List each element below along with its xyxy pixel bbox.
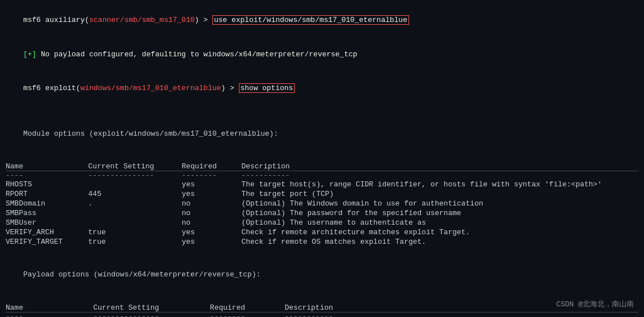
line-show-options: msf6 exploit(windows/smb/ms17_010_eterna… xyxy=(6,72,638,105)
payload-options-table: Name Current Setting Required Descriptio… xyxy=(6,303,638,317)
line-use-exploit: msf6 auxiliary(scanner/smb/smb_ms17_010)… xyxy=(6,3,638,37)
col-current-setting: Current Setting xyxy=(88,162,182,171)
command-show-options: show options xyxy=(239,83,295,93)
no-payload-msg: No payload configured, defaulting to win… xyxy=(37,50,358,59)
table-row: VERIFY_ARCHtrueyesCheck if remote archit… xyxy=(6,227,638,237)
col-current-setting: Current Setting xyxy=(93,303,210,312)
table-row: RHOSTSyesThe target host(s), range CIDR … xyxy=(6,180,638,189)
col-description: Description xyxy=(242,162,638,171)
module-options-title: Module options (exploit/windows/smb/ms17… xyxy=(6,117,638,150)
msf6-prefix: msf6 xyxy=(23,16,41,24)
col-name: Name xyxy=(6,303,93,312)
module-name-exploit: windows/smb/ms17_010_eternalblue xyxy=(81,84,221,92)
table-row: VERIFY_TARGETtrueyesCheck if remote OS m… xyxy=(6,237,638,247)
col-name: Name xyxy=(6,162,88,171)
table-row: SMBPassno(Optional) The password for the… xyxy=(6,208,638,218)
plus-indicator: [+] xyxy=(23,50,36,59)
col-required: Required xyxy=(210,303,285,312)
watermark: CSDN @北海北，南山南 xyxy=(556,299,634,309)
module-options-table: Name Current Setting Required Descriptio… xyxy=(6,162,638,247)
module-name-auxiliary: scanner/smb/smb_ms17_010 xyxy=(89,16,194,24)
terminal: msf6 auxiliary(scanner/smb/smb_ms17_010)… xyxy=(0,0,644,317)
command-use-exploit: use exploit/windows/smb/ms17_010_eternal… xyxy=(212,15,409,25)
table-row: SMBDomain.no(Optional) The Windows domai… xyxy=(6,199,638,208)
col-required: Required xyxy=(181,162,241,171)
line-no-payload: [+] No payload configured, defaulting to… xyxy=(6,37,638,71)
payload-options-title: Payload options (windows/x64/meterpreter… xyxy=(6,258,638,292)
table-row: SMBUserno(Optional) The username to auth… xyxy=(6,218,638,227)
table-row: RPORT445yesThe target port (TCP) xyxy=(6,189,638,199)
